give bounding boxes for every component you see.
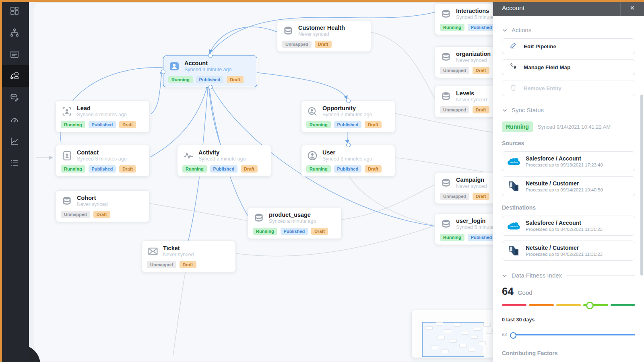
entity-card-contact[interactable]: ContactSynced 3 minutes agoRunningPublis…	[56, 145, 150, 177]
entity-card-product-usage[interactable]: product_usageSynced a minute agoRunningP…	[248, 207, 342, 239]
connector-card[interactable]: Netsuite / CustomerProcessed up to 09/14…	[502, 176, 635, 196]
sidebar-item-logs[interactable]	[0, 152, 29, 174]
entity-title: Campaign	[456, 177, 487, 183]
sidebar	[0, 0, 29, 362]
button-label: Edit Pipeline	[524, 43, 556, 49]
sidebar-item-pipelines[interactable]	[0, 65, 29, 87]
connector-card[interactable]: salesforceSalesforce / AccountProcessed …	[502, 151, 635, 171]
field-map-icon	[510, 63, 517, 72]
badge-draft: Draft	[315, 41, 332, 48]
remove-entity-button[interactable]: Remove Entity	[502, 80, 635, 96]
entity-sync-status: Synced a minute ago	[184, 67, 231, 73]
connection-port-top[interactable]	[346, 143, 351, 147]
last-synced-text: Synced 9/14/2021 10:41:22 AM	[538, 124, 611, 130]
salesforce-logo-icon: salesforce	[506, 219, 521, 232]
connection-port-top[interactable]	[208, 53, 213, 58]
gauge-segment	[556, 304, 581, 306]
minimap-node	[474, 327, 481, 331]
entity-card-opportunity[interactable]: OpportunitySynced 2 minutes agoRunningPu…	[301, 101, 395, 132]
connector-name: Salesforce / Account	[526, 155, 603, 162]
badge-published: Published	[468, 24, 495, 31]
entity-card-activity[interactable]: ActivitySynced a minute agoRunningPublis…	[177, 145, 271, 177]
minimap-node	[442, 350, 449, 353]
badge-unmapped: Unmapped	[147, 261, 176, 268]
entity-card-user[interactable]: UserSynced 2 minutes agoRunningPublished…	[301, 145, 395, 177]
connector-name: Netsuite / Customer	[526, 245, 603, 251]
entity-title: Ticket	[163, 245, 194, 251]
entity-sync-status: Synced 2 minutes ago	[322, 156, 372, 162]
close-icon[interactable]: ✕	[620, 0, 644, 16]
connection-port-bottom[interactable]	[208, 85, 213, 89]
slider-knob[interactable]	[510, 332, 516, 339]
sidebar-item-health[interactable]	[0, 109, 29, 130]
badge-draft: Draft	[365, 165, 382, 173]
dashboard-icon	[10, 6, 19, 16]
badge-published: Published	[89, 165, 116, 173]
manage-field-map-button[interactable]: Manage Field Map	[502, 59, 635, 75]
panel-scrollbar[interactable]	[640, 95, 643, 276]
chevron-down-icon	[502, 107, 508, 113]
sync-status-section-header[interactable]: Sync Status	[502, 107, 635, 113]
connector-card[interactable]: Netsuite / CustomerProcessed up to 04/02…	[502, 241, 635, 261]
badge-draft: Draft	[241, 165, 258, 173]
sidebar-item-data-store[interactable]	[0, 87, 29, 109]
fitness-section-header[interactable]: Data Fitness Index	[502, 272, 635, 279]
fitness-section-label: Data Fitness Index	[512, 272, 562, 279]
badge-running: Running	[440, 234, 464, 241]
entity-title: organization	[456, 51, 491, 57]
entity-card-account[interactable]: AccountSynced a minute agoRunningPublish…	[163, 56, 257, 87]
connector-processed-text: Processed up to 09/13/2021 17:23:40	[526, 162, 603, 168]
user-icon	[306, 150, 318, 162]
sidebar-item-analytics[interactable]	[0, 130, 29, 152]
entity-sync-status: Never synced	[456, 58, 491, 64]
entity-sync-status: Synced a minute ago	[198, 156, 246, 162]
chevron-down-icon	[502, 27, 508, 33]
destinations-label: Destinations	[502, 204, 635, 211]
badge-published: Published	[334, 165, 362, 173]
connection-port-top[interactable]	[346, 99, 351, 103]
gauge-knob[interactable]	[586, 302, 594, 309]
connector-card[interactable]: salesforceSalesforce / AccountProcessed …	[502, 216, 635, 236]
minimap-node	[459, 344, 466, 348]
connection-port-left[interactable]	[161, 70, 165, 74]
slider-track[interactable]	[510, 334, 635, 335]
entity-title: Cohort	[77, 195, 107, 201]
minimap-node	[471, 335, 478, 339]
minimap-node	[425, 326, 433, 330]
sidebar-item-records[interactable]	[0, 43, 29, 65]
badge-running: Running	[440, 24, 464, 31]
pencil-icon	[510, 42, 517, 51]
trash-icon	[510, 84, 517, 93]
sidebar-item-hierarchy[interactable]	[0, 22, 29, 43]
minimap-node	[462, 331, 469, 335]
db-icon	[61, 195, 73, 207]
entity-title: product_usage	[269, 212, 316, 218]
chevron-down-icon	[502, 273, 508, 278]
connector-name: Netsuite / Customer	[526, 180, 603, 187]
actions-section-header[interactable]: Actions	[502, 27, 635, 33]
badge-published: Published	[196, 76, 224, 83]
data-store-icon	[10, 93, 19, 103]
minimap-node	[483, 323, 491, 327]
badge-draft: Draft	[227, 76, 244, 83]
entity-card-ticket[interactable]: TicketNever syncedUnmappedDraft	[142, 241, 236, 272]
panel-title: Account	[493, 4, 620, 12]
badge-draft: Draft	[311, 228, 328, 235]
fitness-history-slider: 64	[502, 332, 635, 337]
details-panel: Account ✕ Actions Edit PipelineManage Fi…	[493, 0, 644, 362]
entity-card-lead[interactable]: LeadSynced 4 minutes agoRunningPublished…	[56, 101, 150, 132]
pipelines-icon	[10, 71, 19, 81]
db-icon	[440, 8, 452, 20]
edit-pipeline-button[interactable]: Edit Pipeline	[502, 38, 635, 54]
entity-card-customer-health[interactable]: Customer HealthNever syncedUnmappedDraft	[277, 20, 371, 52]
badge-draft: Draft	[473, 67, 489, 74]
badge-running: Running	[61, 121, 85, 128]
minimap-node	[438, 336, 445, 339]
fitness-gauge	[502, 302, 635, 308]
entity-title: Opportunity	[322, 105, 372, 111]
entity-title: Contact	[77, 149, 127, 156]
minimap-node	[468, 348, 475, 352]
entity-card-cohort[interactable]: CohortNever syncedUnmappedDraft	[56, 190, 150, 222]
sidebar-item-dashboard[interactable]	[0, 0, 29, 22]
db-icon	[253, 212, 265, 224]
